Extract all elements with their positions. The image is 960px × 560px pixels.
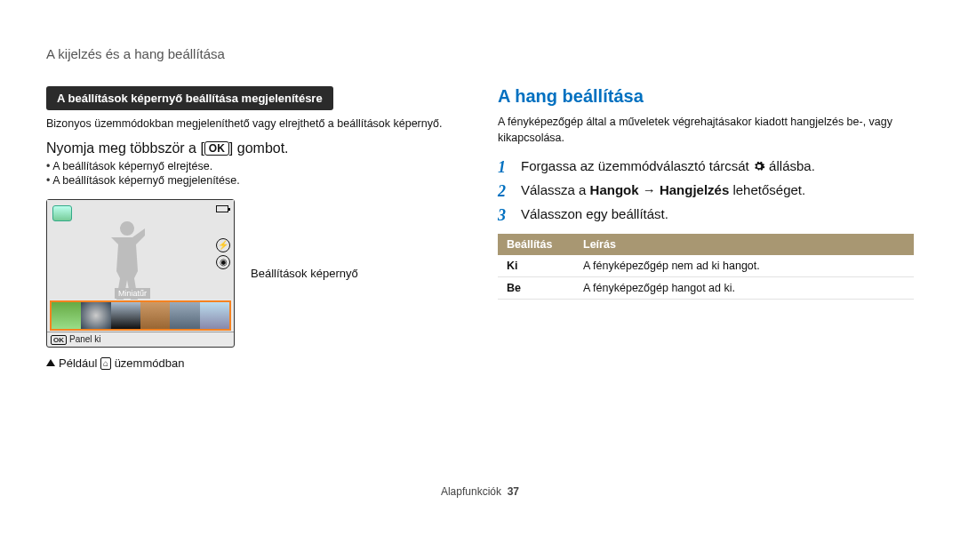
bullet-list: A beállítások képernyő elrejtése. A beál… — [46, 160, 462, 187]
list-item: A beállítások képernyő megjelenítése. — [46, 174, 462, 187]
flash-icon: ⚡ — [216, 238, 230, 252]
ok-small-icon: OK — [51, 335, 67, 345]
side-icons: ⚡ ◉ — [216, 236, 230, 272]
camera-screen-mock: ⚡ ◉ Miniatűr OKPanel ki — [46, 199, 235, 348]
right-intro: A fényképezőgép által a műveletek végreh… — [498, 114, 914, 146]
triangle-icon — [46, 359, 55, 366]
left-column: A beállítások képernyő beállítása megjel… — [46, 86, 462, 370]
panel-bar: OKPanel ki — [47, 332, 234, 347]
screen-caption: Beállítások képernyő — [251, 267, 358, 280]
thumbnail-strip — [50, 300, 231, 331]
ok-instruction: Nyomja meg többször a [OK] gombot. — [46, 140, 462, 156]
battery-icon — [216, 205, 228, 212]
scene-icon — [52, 205, 72, 221]
mode-icon: ◉ — [216, 255, 230, 269]
section-title: A hang beállítása — [498, 86, 914, 107]
step-number: 3 — [498, 206, 512, 225]
gear-icon — [753, 160, 765, 172]
page-footer: Alapfunkciók 37 — [0, 485, 960, 498]
table-header: Beállítás — [498, 234, 574, 255]
section-pill: A beállítások képernyő beállítása megjel… — [46, 86, 333, 110]
right-column: A hang beállítása A fényképezőgép által … — [498, 86, 914, 370]
list-item: A beállítások képernyő elrejtése. — [46, 160, 462, 172]
example-caption: Például ⌂ üzemmódban — [46, 356, 462, 370]
person-silhouette-icon — [100, 216, 154, 300]
table-row: Be A fényképezőgép hangot ad ki. — [498, 277, 914, 300]
step-1: 1 Forgassa az üzemmódválasztó tárcsát ál… — [498, 158, 914, 177]
table-row: Ki A fényképezőgép nem ad ki hangot. — [498, 255, 914, 277]
step-list: 1 Forgassa az üzemmódválasztó tárcsát ál… — [498, 158, 914, 225]
breadcrumb: A kijelzés és a hang beállítása — [46, 46, 914, 61]
home-icon: ⌂ — [100, 357, 111, 370]
step-3: 3 Válasszon egy beállítást. — [498, 206, 914, 225]
ok-key-icon: OK — [204, 141, 229, 156]
miniature-label: Miniatűr — [115, 288, 150, 299]
table-header: Leírás — [574, 234, 914, 255]
left-intro: Bizonyos üzemmódokban megjeleníthető vag… — [46, 116, 462, 132]
settings-table: Beállítás Leírás Ki A fényképezőgép nem … — [498, 234, 914, 300]
step-number: 1 — [498, 158, 512, 177]
step-2: 2 Válassza a Hangok → Hangjelzés lehetős… — [498, 182, 914, 201]
step-number: 2 — [498, 182, 512, 201]
